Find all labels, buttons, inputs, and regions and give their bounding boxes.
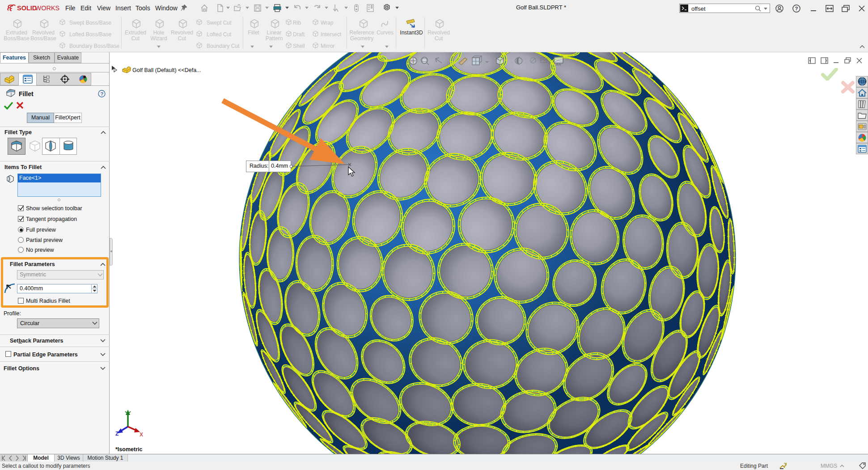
svg-text:WORKS: WORKS [35, 4, 60, 12]
svg-text:?: ? [795, 6, 798, 11]
svg-text:?: ? [101, 91, 104, 97]
svg-text:SOLID: SOLID [17, 4, 37, 12]
